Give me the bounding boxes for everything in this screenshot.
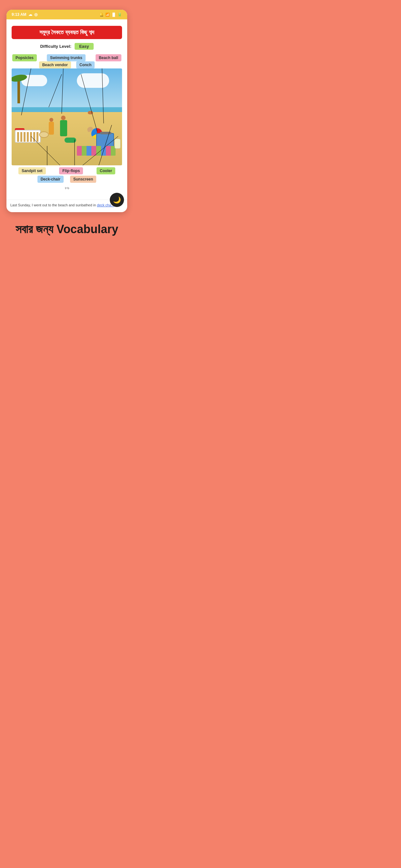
time-display: 9:13 AM — [11, 12, 27, 17]
status-bar: 9:13 AM ☁ ◎ 🔔 📶 ▐▌ 🔋 — [6, 10, 127, 20]
flipflops-label: Flip-flops — [59, 167, 83, 175]
status-right: 🔔 📶 ▐▌ 🔋 — [99, 12, 122, 17]
difficulty-badge: Easy — [74, 43, 93, 50]
swimming-trunks-label: Swimming trunks — [47, 54, 86, 61]
chair-back — [15, 130, 41, 143]
status-left: 9:13 AM ☁ ◎ — [11, 12, 37, 17]
app-title: সবার জন্য Vocabulary — [9, 222, 125, 237]
signal-icon: ▐▌ — [111, 12, 116, 17]
title-banner: সমুদ্র সৈকতে ব্যবহৃত কিছু শব্দ — [11, 26, 122, 39]
focus-icon: ◎ — [34, 12, 37, 17]
dark-mode-button[interactable]: 🌙 — [110, 193, 124, 207]
top-labels-row1: Popsicles Swimming trunks Beach ball — [11, 54, 122, 61]
difficulty-row: Difficulty Level: Easy — [11, 43, 122, 50]
sandpit-item — [39, 131, 49, 138]
palm-tree — [18, 78, 20, 103]
page-number: ৮৬ — [11, 185, 122, 190]
beach-vendor-label: Beach vendor — [39, 61, 71, 68]
volume-icon: 🔔 — [99, 12, 104, 17]
bottom-wrapper: Last Sunday, I went out to the beach and… — [6, 199, 127, 212]
cooler-label: Cooler — [96, 167, 115, 175]
sunscreen-item — [115, 139, 120, 149]
top-labels-row2: Beach vendor Conch — [11, 61, 122, 68]
flipflops-item — [65, 137, 76, 143]
phone-frame: 9:13 AM ☁ ◎ 🔔 📶 ▐▌ 🔋 সমুদ্র সৈকতে ব্যবহৃ… — [6, 10, 127, 212]
content-area: সমুদ্র সৈকতে ব্যবহৃত কিছু শব্দ Difficult… — [6, 20, 127, 197]
bottom-labels-row2: Deck-chair Sunscreen — [11, 176, 122, 183]
beach-scene — [11, 68, 122, 165]
person-vendor — [49, 122, 54, 135]
cloud2 — [77, 73, 109, 88]
bottom-labels-row1: Sandpit set Flip-flops Cooler — [11, 167, 122, 175]
cloud-icon: ☁ — [28, 12, 32, 17]
deck-chair-label: Deck-chair — [37, 176, 64, 183]
popsicles-label: Popsicles — [12, 54, 37, 61]
sandpit-label: Sandpit set — [19, 167, 46, 175]
cooler-item — [96, 133, 114, 148]
bottom-sentence: Last Sunday, I went out to the beach and… — [6, 199, 127, 212]
sunscreen-label: Sunscreen — [70, 176, 96, 183]
swimmer — [88, 111, 93, 114]
beach-mat — [77, 146, 116, 156]
chair-stripes — [17, 132, 40, 142]
wifi-icon: 📶 — [105, 12, 110, 17]
battery-icon: 🔋 — [118, 12, 122, 17]
difficulty-label: Difficulty Level: — [40, 44, 71, 49]
person-main — [60, 120, 67, 136]
beach-ball-label: Beach ball — [96, 54, 121, 61]
cooler-handle — [100, 132, 112, 134]
conch-label: Conch — [76, 61, 95, 68]
